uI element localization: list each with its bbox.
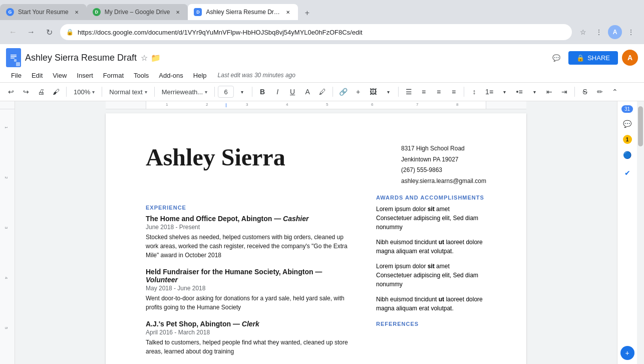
sidebar-comments-button[interactable]: 💬 (620, 117, 634, 131)
comment-button[interactable]: 💬 (548, 50, 564, 66)
url-text: https://docs.google.com/document/d/1VYr9… (78, 29, 566, 36)
paint-format-button[interactable]: 🖌 (49, 85, 63, 99)
print-button[interactable]: 🖨 (34, 85, 48, 99)
bulleted-list-button[interactable]: •≡ (512, 85, 526, 99)
strikethrough-button[interactable]: S (578, 85, 592, 99)
align-left-button[interactable]: ☰ (402, 85, 416, 99)
address-bar[interactable]: 🔒 https://docs.google.com/document/d/1VY… (60, 24, 572, 40)
tab-resume-draft[interactable]: D Ashley Sierra Resume Draft – ✕ (188, 4, 298, 20)
menu-view[interactable]: View (48, 70, 72, 81)
menu-insert[interactable]: Insert (72, 70, 98, 81)
redo-button[interactable]: ↪ (19, 85, 33, 99)
new-tab-button[interactable]: + (300, 6, 314, 20)
font-dropdown[interactable]: Merrieweath... ▾ (158, 85, 211, 99)
tab1-title: Start Your Resume (18, 9, 69, 16)
menu-help[interactable]: Help (188, 70, 212, 81)
award3-text: Lorem ipsum dolor sit amet Consectetuer … (376, 263, 478, 288)
back-button[interactable]: ← (6, 25, 20, 39)
tab3-close[interactable]: ✕ (284, 8, 292, 16)
toolbar-separator-6 (333, 87, 333, 97)
numbered-list-button[interactable]: 1≡ (482, 85, 496, 99)
docs-title[interactable]: Ashley Sierra Resume Draft (25, 53, 137, 63)
awards-heading: AWARDS AND ACCOMPLISHMENTS (376, 195, 486, 201)
award-item-2: Nibh euismod tincidunt ut laoreet dolore… (376, 238, 486, 256)
contact-info: 8317 High School Road Jenkintown PA 1902… (401, 143, 486, 187)
menu-tools[interactable]: Tools (129, 70, 154, 81)
align-right-button[interactable]: ≡ (432, 85, 446, 99)
tab2-favicon: D (93, 8, 101, 16)
vertical-scrollbar[interactable] (637, 101, 644, 364)
decrease-indent-button[interactable]: ⇤ (542, 85, 556, 99)
tab2-title: My Drive – Google Drive (105, 9, 170, 16)
svg-rect-2 (11, 56, 17, 57)
extensions-button[interactable]: ⋮ (592, 25, 606, 39)
share-button[interactable]: 🔒 SHARE (568, 51, 618, 65)
ruler-top: 1 2 3 4 5 6 7 8 (106, 101, 526, 109)
undo-button[interactable]: ↩ (4, 85, 18, 99)
tab-start-resume[interactable]: G Start Your Resume ✕ (0, 4, 87, 20)
tab-google-drive[interactable]: D My Drive – Google Drive ✕ (87, 4, 188, 20)
svg-rect-4 (14, 59, 17, 62)
insert-button[interactable]: + (351, 85, 365, 99)
text-color-button[interactable]: A (300, 85, 314, 99)
sidebar-explore-button[interactable]: 🔵 (620, 148, 634, 162)
docs-title-row: Ashley Sierra Resume Draft ☆ 📁 💬 🔒 SHARE… (6, 48, 638, 67)
menu-addons[interactable]: Add-ons (154, 70, 188, 81)
style-dropdown[interactable]: Normal text ▾ (105, 85, 151, 99)
docs-header: Ashley Sierra Resume Draft ☆ 📁 💬 🔒 SHARE… (0, 44, 644, 83)
zoom-value: 100% (74, 88, 90, 96)
browser-menu-button[interactable]: ⋮ (624, 25, 638, 39)
job3-company: A.J.'s Pet Shop, (146, 320, 198, 328)
tab2-close[interactable]: ✕ (174, 8, 182, 16)
font-size-chevron-down[interactable]: ▾ (235, 85, 249, 99)
tab1-favicon: G (6, 8, 14, 16)
sidebar-checkmark-button[interactable]: ✔ (620, 166, 634, 180)
increase-indent-button[interactable]: ⇥ (557, 85, 571, 99)
browser-profile-avatar[interactable]: A (608, 25, 622, 39)
tab1-close[interactable]: ✕ (73, 8, 81, 16)
job1-role: Cashier (283, 215, 308, 223)
docs-scroll-area[interactable]: 1 2 3 4 5 6 7 8 Ashley Sierra 8317 High … (15, 101, 617, 364)
zoom-dropdown[interactable]: 100% ▾ (70, 85, 99, 99)
page-number-badge: 31 (621, 105, 633, 113)
menu-file[interactable]: File (6, 70, 27, 81)
job2-date: May 2018 - June 2018 (146, 285, 356, 292)
numbered-list-dropdown[interactable]: ▾ (497, 85, 511, 99)
zoom-chevron: ▾ (92, 89, 95, 95)
toolbar-separator-2 (102, 87, 102, 97)
italic-button[interactable]: I (270, 85, 284, 99)
image-dropdown[interactable]: ▾ (381, 85, 395, 99)
svg-rect-3 (11, 58, 15, 59)
edit-mode-button[interactable]: ✏ (593, 85, 607, 99)
bold-button[interactable]: B (255, 85, 269, 99)
font-chevron: ▾ (205, 89, 207, 95)
contact-email: ashley.sierra.learns@gmail.com (401, 176, 486, 187)
docs-app: Ashley Sierra Resume Draft ☆ 📁 💬 🔒 SHARE… (0, 44, 644, 364)
align-justify-button[interactable]: ≡ (447, 85, 461, 99)
image-button[interactable]: 🖼 (366, 85, 380, 99)
link-button[interactable]: 🔗 (336, 85, 350, 99)
expand-button[interactable]: ⌃ (608, 85, 622, 99)
job2-desc: Went door-to-door asking for donations f… (146, 294, 356, 312)
job3-title: A.J.'s Pet Shop, Abington — Clerk (146, 320, 356, 328)
menu-format[interactable]: Format (98, 70, 129, 81)
star-icon[interactable]: ☆ (141, 53, 148, 63)
menu-edit[interactable]: Edit (27, 70, 48, 81)
font-size-input[interactable] (218, 86, 234, 98)
tab3-favicon: D (194, 8, 202, 16)
bookmark-button[interactable]: ☆ (576, 25, 590, 39)
resume-name[interactable]: Ashley Sierra (146, 143, 285, 171)
folder-icon[interactable]: 📁 (151, 53, 161, 63)
toolbar-separator-3 (154, 87, 155, 97)
award-item-1: Lorem ipsum dolor sit amet Consectetuer … (376, 205, 486, 232)
sidebar-add-button[interactable]: + (620, 346, 634, 360)
highlight-button[interactable]: 🖊 (315, 85, 330, 99)
forward-button[interactable]: → (24, 25, 38, 39)
align-center-button[interactable]: ≡ (417, 85, 431, 99)
underline-button[interactable]: U (285, 85, 299, 99)
bulleted-list-dropdown[interactable]: ▾ (527, 85, 541, 99)
user-avatar[interactable]: A (622, 50, 638, 66)
line-spacing-button[interactable]: ↕ (467, 85, 481, 99)
refresh-button[interactable]: ↻ (42, 25, 56, 39)
docs-header-right: 💬 🔒 SHARE A (548, 50, 638, 66)
